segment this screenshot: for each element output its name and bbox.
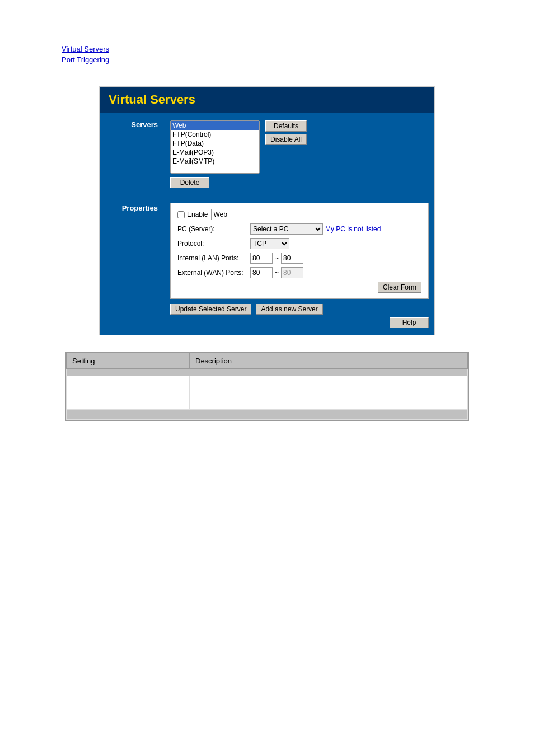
table-cell-setting bbox=[67, 376, 190, 410]
help-button[interactable]: Help bbox=[390, 317, 429, 328]
pc-server-label: PC (Server): bbox=[177, 225, 250, 233]
table-cell-description bbox=[190, 376, 468, 410]
servers-section: Web FTP(Control) FTP(Data) E-Mail(POP3) … bbox=[170, 120, 429, 174]
external-port-from[interactable] bbox=[250, 267, 273, 278]
external-port-to[interactable] bbox=[281, 267, 303, 278]
enable-checkbox[interactable] bbox=[177, 211, 185, 218]
properties-label-col: Properties bbox=[100, 196, 167, 335]
pc-server-select[interactable]: Select a PC bbox=[250, 223, 323, 235]
protocol-row: Protocol: TCP UDP Both bbox=[177, 238, 421, 249]
link-virtual-servers[interactable]: Virtual Servers bbox=[62, 45, 517, 53]
pc-server-row: PC (Server): Select a PC My PC is not li… bbox=[177, 223, 421, 235]
disable-all-button[interactable]: Disable All bbox=[265, 134, 307, 145]
properties-section-row: Properties Enable PC (Server): Sele bbox=[100, 196, 434, 335]
table-section-header bbox=[67, 369, 468, 376]
side-buttons: Defaults Disable All bbox=[265, 120, 307, 145]
delete-button[interactable]: Delete bbox=[170, 177, 209, 188]
server-option-email-smtp[interactable]: E-Mail(SMTP) bbox=[171, 157, 259, 166]
properties-right-col: Enable PC (Server): Select a PC My PC is… bbox=[167, 196, 434, 335]
clear-form-button[interactable]: Clear Form bbox=[378, 282, 421, 293]
section-header-cell bbox=[67, 369, 468, 376]
properties-form: Enable PC (Server): Select a PC My PC is… bbox=[170, 203, 429, 299]
server-option-email-pop3[interactable]: E-Mail(POP3) bbox=[171, 148, 259, 157]
virtual-servers-panel: Virtual Servers Servers Web FTP(Control)… bbox=[99, 86, 435, 335]
protocol-select[interactable]: TCP UDP Both bbox=[250, 238, 289, 249]
internal-port-from[interactable] bbox=[250, 253, 273, 264]
clear-form-row: Clear Form bbox=[177, 282, 421, 293]
bottom-table: Setting Description bbox=[66, 353, 468, 420]
servers-right-col: Web FTP(Control) FTP(Data) E-Mail(POP3) … bbox=[167, 113, 434, 196]
link-port-triggering[interactable]: Port Triggering bbox=[62, 55, 517, 64]
enable-row: Enable bbox=[177, 209, 421, 220]
servers-label: Servers bbox=[105, 120, 161, 129]
table-footer-row bbox=[67, 410, 468, 420]
action-buttons-row: Update Selected Server Add as new Server bbox=[170, 304, 429, 315]
delete-row: Delete bbox=[170, 177, 429, 188]
enable-name-input[interactable] bbox=[211, 209, 278, 220]
enable-label: Enable bbox=[187, 211, 208, 218]
servers-label-col: Servers bbox=[100, 113, 167, 196]
server-option-ftp-control[interactable]: FTP(Control) bbox=[171, 130, 259, 139]
internal-port-to[interactable] bbox=[281, 253, 303, 264]
page-wrapper: Virtual Servers Port Triggering Virtual … bbox=[0, 0, 534, 432]
server-listbox[interactable]: Web FTP(Control) FTP(Data) E-Mail(POP3) … bbox=[170, 120, 260, 174]
table-footer-cell bbox=[67, 410, 468, 420]
server-option-ftp-data[interactable]: FTP(Data) bbox=[171, 139, 259, 148]
protocol-label: Protocol: bbox=[177, 240, 250, 248]
properties-label: Properties bbox=[105, 204, 161, 212]
top-links: Virtual Servers Port Triggering bbox=[62, 45, 517, 64]
server-option-web[interactable]: Web bbox=[171, 121, 259, 130]
table-row bbox=[67, 376, 468, 410]
update-selected-server-button[interactable]: Update Selected Server bbox=[170, 304, 251, 315]
panel-header: Virtual Servers bbox=[100, 87, 434, 113]
col-setting: Setting bbox=[67, 353, 190, 369]
external-ports-row: External (WAN) Ports: ~ bbox=[177, 267, 421, 278]
help-row: Help bbox=[170, 317, 429, 328]
bottom-table-wrapper: Setting Description bbox=[65, 352, 469, 421]
servers-section-row: Servers Web FTP(Control) FTP(Data) E-Mai… bbox=[100, 113, 434, 196]
col-description: Description bbox=[190, 353, 468, 369]
internal-ports-label: Internal (LAN) Ports: bbox=[177, 254, 250, 262]
my-pc-not-listed-link[interactable]: My PC is not listed bbox=[325, 225, 381, 233]
external-port-sep: ~ bbox=[275, 269, 279, 277]
internal-ports-row: Internal (LAN) Ports: ~ bbox=[177, 253, 421, 264]
panel-title: Virtual Servers bbox=[109, 92, 195, 106]
external-ports-label: External (WAN) Ports: bbox=[177, 269, 250, 277]
defaults-button[interactable]: Defaults bbox=[265, 120, 307, 132]
internal-port-sep: ~ bbox=[275, 254, 279, 262]
add-new-server-button[interactable]: Add as new Server bbox=[256, 304, 322, 315]
